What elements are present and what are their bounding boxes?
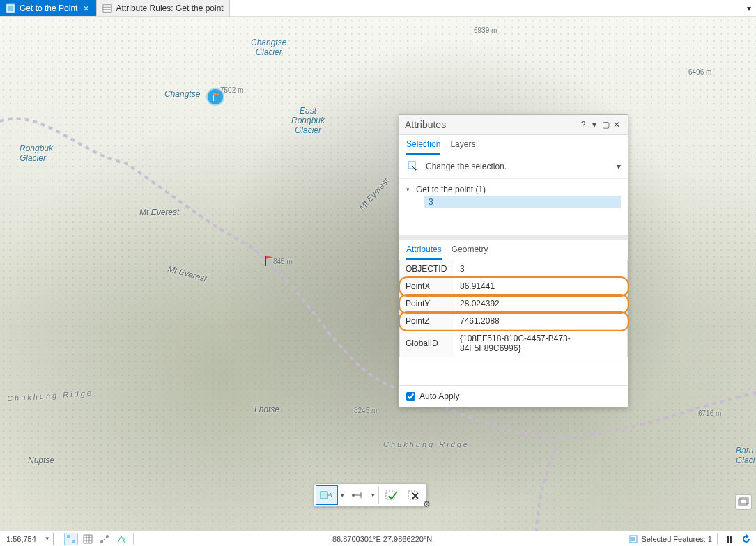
point-end-tool[interactable]: [346, 485, 369, 505]
collapse-triangle-icon[interactable]: ▾: [406, 186, 413, 193]
point-right-icon: [320, 489, 334, 501]
close-icon[interactable]: ×: [82, 3, 90, 14]
view-tab-bar: Get to the Point × Attribute Rules: Get …: [0, 0, 756, 17]
tab-overflow-dropdown[interactable]: ▾: [742, 0, 756, 16]
snapping-icon: [66, 534, 76, 544]
point-end-icon: [350, 489, 364, 501]
attr-value[interactable]: {108EF518-810C-4457-B473-84F5F89C6996}: [454, 330, 628, 357]
status-separator: [717, 533, 718, 545]
flag-pole-icon: [265, 256, 266, 266]
refresh-button[interactable]: [739, 533, 753, 545]
flag-icon: [213, 93, 220, 98]
marker-changtse-flag[interactable]: [208, 89, 223, 104]
change-selection-bar[interactable]: Change the selection. ▾: [399, 155, 628, 179]
tab-label: Get to the Point: [20, 3, 77, 13]
attributes-footer: Auto Apply: [399, 385, 628, 407]
constraints-icon: [100, 534, 109, 544]
status-bar: 1:56,754 ▼ 86.8700301°E 27.9866220°N Sel…: [0, 531, 756, 546]
table-row-pointy: PointY 28.024392: [400, 295, 628, 313]
tab-label: Attribute Rules: Get the point: [116, 3, 224, 13]
auto-apply-checkbox[interactable]: [406, 392, 415, 401]
inference-icon: [116, 534, 126, 544]
attr-key: GlobalID: [400, 330, 454, 357]
status-separator: [133, 533, 134, 545]
menu-icon[interactable]: ▾: [589, 120, 600, 130]
table-row: OBJECTID 3: [400, 260, 628, 278]
edit-tools-toolbar: ▾ ▾ ⚙: [314, 483, 427, 507]
snapping-toggle[interactable]: [64, 533, 78, 545]
flag-icon: [266, 256, 273, 261]
subtab-attributes[interactable]: Attributes: [406, 244, 442, 260]
attribute-table: OBJECTID 3 PointX 86.91441 PointY 28.024…: [399, 260, 628, 357]
attributes-top-tabs: Selection Layers: [399, 135, 628, 155]
chevron-down-icon[interactable]: ▾: [338, 492, 346, 499]
svg-rect-21: [631, 537, 635, 541]
refresh-icon: [741, 534, 751, 544]
chevron-down-icon[interactable]: ▾: [369, 492, 377, 499]
table-row-pointz: PointZ 7461.2088: [400, 313, 628, 330]
attr-key: PointX: [400, 278, 454, 295]
table-row: GlobalID {108EF518-810C-4457-B473-84F5F8…: [400, 330, 628, 357]
attr-value[interactable]: 28.024392: [454, 295, 628, 313]
attributes-sub-tabs: Attributes Geometry: [399, 240, 628, 260]
cancel-x-icon: [407, 489, 421, 501]
maximize-icon[interactable]: ▢: [600, 120, 611, 130]
svg-rect-6: [321, 492, 327, 499]
tree-feature-row[interactable]: 3: [424, 196, 621, 208]
svg-rect-1: [8, 5, 14, 11]
tree-layer-label: Get to the point (1): [416, 185, 486, 194]
selected-features-label[interactable]: Selected Features: 1: [641, 535, 712, 543]
map-view[interactable]: Changtse Glacier Changtse 7502 m East Ro…: [0, 17, 756, 531]
create-point-tool[interactable]: [316, 485, 338, 505]
chevron-down-icon: ▼: [45, 536, 50, 542]
subtab-geometry[interactable]: Geometry: [452, 244, 488, 260]
gear-icon[interactable]: ⚙: [423, 499, 431, 509]
svg-rect-14: [67, 535, 70, 538]
tab-selection[interactable]: Selection: [406, 139, 440, 155]
tab-attribute-rules[interactable]: Attribute Rules: Get the point: [97, 0, 230, 16]
inference-toggle[interactable]: [114, 533, 128, 545]
svg-line-18: [102, 537, 107, 541]
svg-rect-23: [730, 536, 732, 543]
rules-table-icon: [102, 3, 112, 13]
tab-layers[interactable]: Layers: [450, 139, 475, 155]
marker-selected-point[interactable]: [262, 254, 275, 266]
pause-icon: [725, 535, 734, 543]
attr-value[interactable]: 3: [454, 260, 628, 278]
grid-toggle[interactable]: [81, 533, 95, 545]
coordinates-readout[interactable]: 86.8700301°E 27.9866220°N: [139, 535, 626, 543]
attributes-titlebar[interactable]: Attributes ? ▾ ▢ ✕: [399, 115, 628, 135]
attr-key: PointZ: [400, 313, 454, 330]
status-separator: [59, 533, 59, 545]
tab-get-to-the-point[interactable]: Get to the Point ×: [0, 0, 97, 16]
finish-check-icon: [385, 489, 399, 501]
attr-value[interactable]: 86.91441: [454, 278, 628, 295]
tree-layer-row[interactable]: ▾ Get to the point (1): [406, 183, 621, 196]
panel-divider[interactable]: [399, 235, 628, 240]
svg-point-7: [352, 494, 355, 497]
auto-apply-label: Auto Apply: [419, 391, 459, 401]
chevron-down-icon[interactable]: ▾: [617, 162, 621, 171]
map-overview-button[interactable]: [735, 494, 752, 510]
panel-title: Attributes: [405, 119, 446, 130]
finish-sketch-button[interactable]: [380, 485, 403, 505]
toolbar-separator: [378, 487, 379, 504]
layers-stack-icon: [738, 497, 749, 507]
corrections-toggle[interactable]: [98, 533, 111, 545]
scale-value: 1:56,754: [6, 535, 36, 543]
map-scale-combo[interactable]: 1:56,754 ▼: [3, 533, 54, 545]
attr-key: PointY: [400, 295, 454, 313]
svg-rect-5: [408, 162, 415, 169]
selection-badge-icon: [628, 534, 638, 544]
map-basemap-texture: [0, 17, 756, 531]
attr-value[interactable]: 7461.2088: [454, 313, 628, 330]
close-icon[interactable]: ✕: [611, 120, 622, 130]
selection-cursor-icon: [406, 160, 419, 173]
table-row-pointx: PointX 86.91441: [400, 278, 628, 295]
cancel-sketch-button[interactable]: [403, 485, 425, 505]
svg-rect-15: [72, 540, 75, 543]
help-icon[interactable]: ?: [578, 120, 589, 130]
pause-drawing-button[interactable]: [723, 533, 736, 545]
svg-rect-2: [102, 4, 111, 12]
grid-icon: [83, 534, 93, 544]
